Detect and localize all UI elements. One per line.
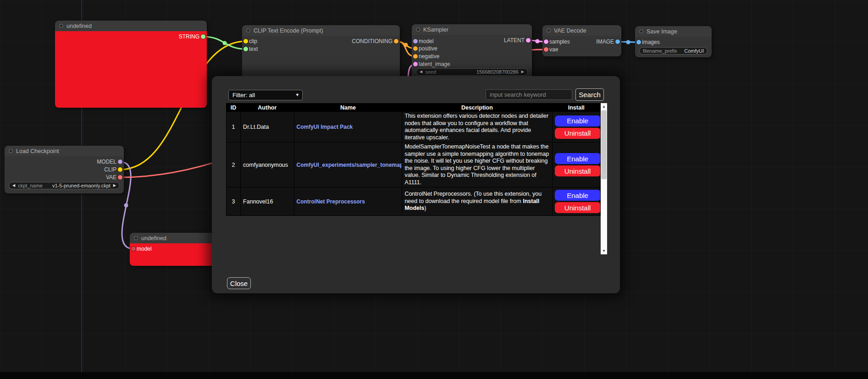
output-label-image: IMAGE bbox=[596, 38, 614, 45]
cell-description: ModelSamplerTonemapNoiseTest a node that… bbox=[402, 143, 552, 187]
close-button[interactable]: Close bbox=[227, 277, 251, 289]
cell-description: This extension offers various detector n… bbox=[402, 112, 552, 143]
node-header[interactable]: KSampler bbox=[412, 24, 532, 35]
input-slot-negative-dot[interactable] bbox=[413, 54, 418, 59]
canvas-bottom-edge bbox=[0, 372, 868, 379]
input-slot-samples-dot[interactable] bbox=[544, 39, 548, 44]
header-author: Author bbox=[241, 104, 294, 112]
output-slot-clip-dot[interactable] bbox=[118, 167, 122, 172]
extension-link[interactable]: ComfyUI_experiments/sampler_tonemap bbox=[297, 162, 402, 168]
scroll-down-icon[interactable]: ▼ bbox=[601, 247, 607, 254]
table-header-row: ID Author Name Description Install bbox=[227, 104, 601, 112]
output-slot-string-dot[interactable] bbox=[201, 34, 205, 39]
table-row: 2 comfyanonymous ComfyUI_experiments/sam… bbox=[227, 143, 601, 187]
input-label-images: images bbox=[642, 39, 660, 45]
seed-widget[interactable]: ◀ seed 156680208700286 ▶ bbox=[416, 68, 528, 76]
input-slot-positive-dot[interactable] bbox=[413, 46, 418, 51]
enable-button[interactable]: Enable bbox=[555, 190, 601, 201]
node-undefined-top[interactable]: undefined STRING bbox=[55, 21, 207, 108]
output-slot-latent-dot[interactable] bbox=[526, 38, 531, 43]
node-title: Load Checkpoint bbox=[16, 148, 59, 154]
uninstall-button[interactable]: Uninstall bbox=[555, 128, 601, 139]
node-undefined-bottom[interactable]: undefined model bbox=[130, 233, 221, 266]
filter-select[interactable]: Filter: all bbox=[228, 90, 303, 100]
filename-prefix-widget[interactable]: filename_prefix ComfyUI bbox=[639, 47, 708, 55]
input-label-clip: clip bbox=[249, 38, 257, 44]
comfyui-app: undefined STRING CLIP Text Encode (Promp… bbox=[0, 0, 868, 379]
scroll-up-icon[interactable]: ▲ bbox=[601, 103, 607, 110]
input-label-latent-image: latent_image bbox=[419, 61, 450, 67]
input-slot-images-dot[interactable] bbox=[636, 40, 641, 44]
output-slot-conditioning-dot[interactable] bbox=[394, 39, 398, 44]
widget-label: filename_prefix bbox=[643, 48, 677, 54]
widget-increment-icon[interactable]: ▶ bbox=[521, 68, 524, 76]
table-scrollbar[interactable]: ▲ ▼ bbox=[601, 103, 607, 254]
node-load-checkpoint[interactable]: Load Checkpoint MODEL CLIP VAE ◀ ckpt_na… bbox=[5, 146, 124, 193]
collapse-dot-icon[interactable] bbox=[416, 27, 420, 32]
node-ksampler[interactable]: KSampler model positive negative latent_… bbox=[412, 24, 532, 82]
collapse-dot-icon[interactable] bbox=[246, 28, 250, 33]
collapse-dot-icon[interactable] bbox=[134, 236, 138, 240]
node-body: model bbox=[130, 243, 221, 266]
input-slot-model-dot[interactable] bbox=[413, 39, 418, 44]
node-body: MODEL CLIP VAE ◀ ckpt_name v1-5-pruned-e… bbox=[5, 156, 124, 193]
input-slot-model-dot[interactable] bbox=[131, 247, 136, 251]
node-body: model positive negative latent_image LAT… bbox=[412, 35, 532, 82]
extension-link[interactable]: ComfyUI Impact Pack bbox=[297, 124, 353, 130]
widget-label: ckpt_name bbox=[18, 183, 43, 188]
node-header[interactable]: CLIP Text Encode (Prompt) bbox=[242, 25, 400, 36]
node-title: CLIP Text Encode (Prompt) bbox=[254, 27, 323, 34]
description-text: ) bbox=[424, 205, 426, 211]
uninstall-button[interactable]: Uninstall bbox=[555, 165, 601, 176]
widget-decrement-icon[interactable]: ◀ bbox=[420, 68, 422, 76]
input-slot-clip-dot[interactable] bbox=[243, 39, 248, 44]
output-slot-vae-dot[interactable] bbox=[118, 175, 122, 180]
node-title: KSampler bbox=[423, 27, 448, 33]
collapse-dot-icon[interactable] bbox=[639, 29, 643, 33]
node-header[interactable]: Save Image bbox=[635, 26, 712, 37]
collapse-dot-icon[interactable] bbox=[9, 149, 13, 153]
output-slot-image-dot[interactable] bbox=[615, 39, 620, 44]
uninstall-button[interactable]: Uninstall bbox=[555, 202, 601, 213]
enable-button[interactable]: Enable bbox=[555, 115, 601, 126]
description-text: ControlNet Preprocessors. (To use this e… bbox=[404, 191, 542, 204]
output-slot-model-dot[interactable] bbox=[118, 159, 122, 164]
collapse-dot-icon[interactable] bbox=[59, 24, 63, 28]
node-title: undefined bbox=[66, 23, 92, 29]
node-header[interactable]: VAE Decode bbox=[542, 25, 621, 36]
node-header[interactable]: undefined bbox=[55, 21, 207, 31]
node-title: VAE Decode bbox=[554, 27, 586, 34]
input-slot-vae-dot[interactable] bbox=[544, 47, 548, 52]
scrollbar-thumb[interactable] bbox=[601, 110, 607, 179]
cell-author: comfyanonymous bbox=[241, 143, 294, 187]
input-label-positive: positive bbox=[419, 45, 437, 52]
extension-link[interactable]: ControlNet Preprocessors bbox=[297, 198, 365, 205]
input-slot-text-dot[interactable] bbox=[243, 47, 248, 51]
output-label-string: STRING bbox=[179, 33, 199, 40]
enable-button[interactable]: Enable bbox=[555, 153, 601, 164]
collapse-dot-icon[interactable] bbox=[547, 28, 551, 33]
extensions-table-container: ID Author Name Description Install 1 Dr.… bbox=[226, 103, 607, 254]
input-slot-latent-image-dot[interactable] bbox=[413, 62, 418, 66]
widget-label: seed bbox=[425, 69, 436, 75]
node-header[interactable]: Load Checkpoint bbox=[5, 146, 124, 156]
manager-install-nodes-dialog: Filter: all ▼ Search ID Author Name Desc… bbox=[212, 76, 620, 293]
widget-prev-icon[interactable]: ◀ bbox=[12, 182, 15, 189]
search-input[interactable] bbox=[486, 89, 572, 100]
node-vae-decode[interactable]: VAE Decode samples vae IMAGE bbox=[542, 25, 621, 56]
node-header[interactable]: undefined bbox=[130, 233, 221, 243]
ckpt-name-widget[interactable]: ◀ ckpt_name v1-5-pruned-emaonly.ckpt ▶ bbox=[9, 182, 120, 189]
extensions-table: ID Author Name Description Install 1 Dr.… bbox=[226, 103, 601, 216]
node-body: images filename_prefix ComfyUI bbox=[635, 37, 712, 57]
node-body: samples vae IMAGE bbox=[542, 36, 621, 56]
header-id: ID bbox=[227, 104, 241, 112]
widget-next-icon[interactable]: ▶ bbox=[113, 182, 116, 189]
node-save-image[interactable]: Save Image images filename_prefix ComfyU… bbox=[635, 26, 712, 57]
node-body: STRING bbox=[55, 31, 207, 108]
widget-value: 156680208700286 bbox=[476, 69, 519, 75]
node-title: undefined bbox=[141, 235, 166, 242]
output-label-vae: VAE bbox=[106, 174, 116, 181]
input-label-model: model bbox=[137, 246, 152, 252]
widget-value: ComfyUI bbox=[684, 48, 704, 54]
search-button[interactable]: Search bbox=[575, 88, 604, 101]
